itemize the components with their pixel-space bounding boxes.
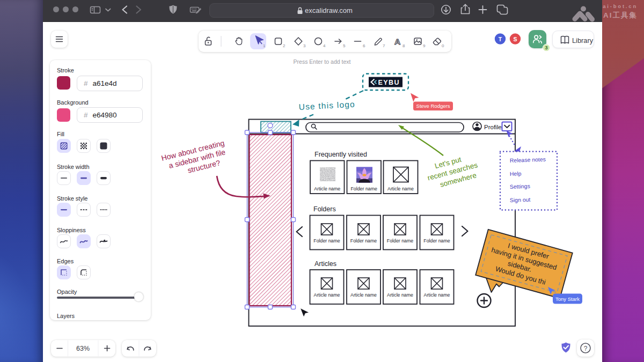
svg-text:5: 5 <box>343 43 346 48</box>
svg-text:A: A <box>394 37 400 46</box>
svg-text:?: ? <box>584 345 588 352</box>
svg-text:T: T <box>499 36 502 42</box>
svg-text:63%: 63% <box>76 345 90 352</box>
svg-text:6: 6 <box>363 43 365 48</box>
svg-text:4: 4 <box>323 43 326 48</box>
svg-text:Library: Library <box>572 36 594 45</box>
svg-text:1: 1 <box>263 43 266 48</box>
svg-text:3: 3 <box>303 43 306 48</box>
svg-text:8: 8 <box>402 43 405 48</box>
svg-text:7: 7 <box>383 43 385 48</box>
svg-text:9: 9 <box>423 43 426 48</box>
svg-text:2: 2 <box>283 43 286 48</box>
svg-text:0: 0 <box>442 43 444 48</box>
svg-text:S: S <box>513 36 517 42</box>
